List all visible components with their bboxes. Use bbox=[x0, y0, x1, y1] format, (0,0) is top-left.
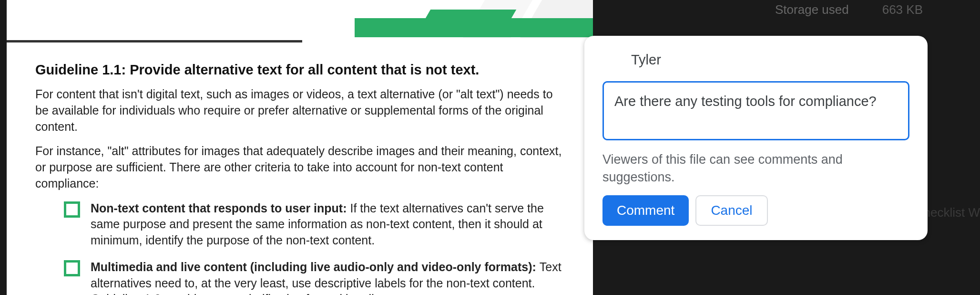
comment-popover: Tyler Viewers of this file can see comme… bbox=[584, 36, 928, 240]
comment-button[interactable]: Comment bbox=[602, 195, 689, 226]
comment-header: Tyler bbox=[602, 52, 909, 68]
checkbox-icon[interactable] bbox=[64, 260, 80, 276]
comment-visibility-hint: Viewers of this file can see comments an… bbox=[602, 151, 909, 186]
guideline-paragraph: For instance, "alt" attributes for image… bbox=[35, 143, 564, 191]
comment-actions: Comment Cancel bbox=[602, 195, 909, 226]
criteria-list: Non-text content that responds to user i… bbox=[64, 200, 564, 295]
storage-used-info: Storage used 663 KB bbox=[775, 2, 923, 17]
storage-used-label: Storage used bbox=[775, 2, 849, 17]
commenter-name: Tyler bbox=[631, 52, 661, 68]
checkbox-icon[interactable] bbox=[64, 201, 80, 218]
guideline-title: Guideline 1.1: Provide alternative text … bbox=[35, 62, 564, 78]
comment-input[interactable] bbox=[602, 81, 909, 140]
document-content: Guideline 1.1: Provide alternative text … bbox=[35, 62, 564, 295]
storage-used-value: 663 KB bbox=[882, 2, 923, 17]
header-decoration bbox=[355, 0, 593, 43]
guideline-paragraph: For content that isn't digital text, suc… bbox=[35, 86, 564, 135]
list-item: Multimedia and live content (including l… bbox=[64, 259, 564, 295]
list-item-text: Multimedia and live content (including l… bbox=[91, 259, 564, 295]
cancel-button[interactable]: Cancel bbox=[695, 195, 767, 226]
list-item-bold: Multimedia and live content (including l… bbox=[91, 260, 540, 274]
document-pane[interactable]: Guideline 1.1: Provide alternative text … bbox=[7, 0, 593, 295]
list-item-text: Non-text content that responds to user i… bbox=[91, 200, 564, 249]
list-item: Non-text content that responds to user i… bbox=[64, 200, 564, 249]
header-divider bbox=[7, 40, 302, 42]
list-item-bold: Non-text content that responds to user i… bbox=[91, 201, 350, 215]
